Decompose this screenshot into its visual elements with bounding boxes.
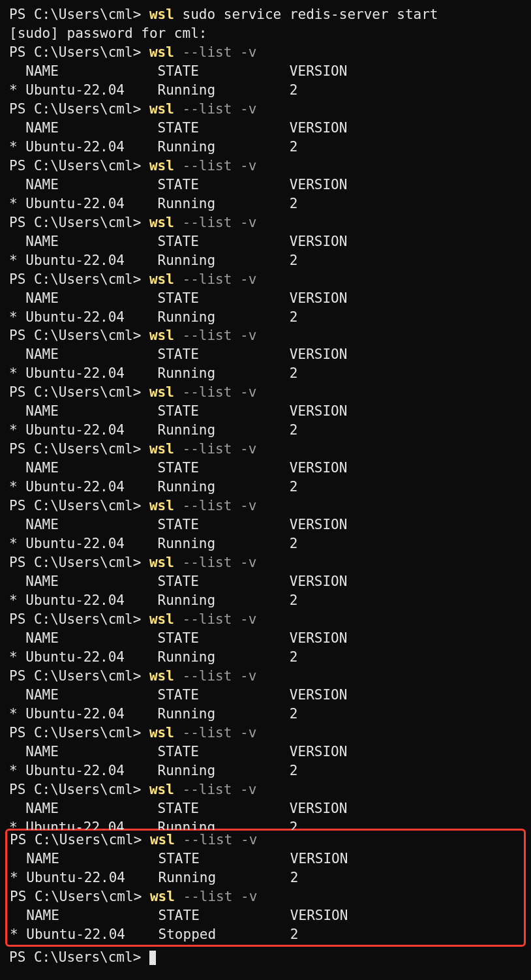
wsl-list-row: * Ubuntu-22.04Running2 bbox=[9, 648, 522, 667]
command-wsl-list: wsl bbox=[149, 328, 174, 343]
col-version-header: VERSION bbox=[290, 686, 356, 705]
prompt-line[interactable]: PS C:\Users\cml> wsl --list -v bbox=[9, 326, 522, 345]
wsl-list-header: NAMESTATEVERSION bbox=[9, 515, 522, 534]
wsl-list-header: NAMESTATEVERSION bbox=[9, 629, 522, 648]
row-version: 2 bbox=[290, 138, 356, 157]
row-distro-name: Ubuntu-22.04 bbox=[26, 925, 158, 944]
col-state-header: STATE bbox=[158, 345, 290, 364]
wsl-list-row: * Ubuntu-22.04Running2 bbox=[9, 194, 522, 213]
row-state: Stopped bbox=[159, 925, 290, 944]
col-state-header: STATE bbox=[158, 459, 290, 478]
command-args: sudo service redis-server start bbox=[174, 7, 438, 22]
col-mark bbox=[9, 629, 25, 648]
prompt-line[interactable]: PS C:\Users\cml> wsl --list -v bbox=[9, 213, 522, 232]
row-state: Running bbox=[159, 868, 290, 887]
command-wsl-list: wsl bbox=[149, 441, 174, 457]
prompt-line[interactable]: PS C:\Users\cml> bbox=[9, 948, 522, 967]
col-name-header: NAME bbox=[25, 799, 157, 818]
col-version-header: VERSION bbox=[290, 906, 356, 925]
row-state: Running bbox=[158, 591, 290, 610]
prompt-line[interactable]: PS C:\Users\cml> wsl --list -v bbox=[9, 497, 522, 515]
col-state-header: STATE bbox=[158, 743, 290, 761]
prompt-line[interactable]: PS C:\Users\cml> wsl --list -v bbox=[9, 780, 522, 799]
command-wsl-list: wsl bbox=[150, 832, 175, 848]
prompt-line[interactable]: PS C:\Users\cml> wsl --list -v bbox=[9, 610, 522, 629]
col-state-header: STATE bbox=[158, 572, 290, 591]
col-mark bbox=[9, 799, 25, 818]
row-state: Running bbox=[158, 648, 290, 667]
row-distro-name: Ubuntu-22.04 bbox=[25, 761, 157, 780]
row-version: 2 bbox=[290, 534, 356, 553]
col-name-header: NAME bbox=[25, 515, 157, 534]
row-distro-name: Ubuntu-22.04 bbox=[25, 648, 157, 667]
wsl-list-row: * Ubuntu-22.04Running2 bbox=[9, 761, 522, 780]
prompt-line[interactable]: PS C:\Users\cml> wsl --list -v bbox=[9, 667, 522, 686]
col-version-header: VERSION bbox=[290, 62, 356, 81]
prompt-line[interactable]: PS C:\Users\cml> wsl --list -v bbox=[10, 831, 521, 850]
col-version-header: VERSION bbox=[290, 629, 356, 648]
prompt-line[interactable]: PS C:\Users\cml> wsl --list -v bbox=[9, 553, 522, 572]
command-flags: --list -v bbox=[174, 611, 256, 627]
partial-row-clip: * Ubuntu-22.04Running2 bbox=[9, 818, 522, 830]
wsl-list-header: NAMESTATEVERSION bbox=[9, 743, 522, 761]
row-default-mark: * bbox=[10, 925, 26, 944]
command-flags: --list -v bbox=[175, 889, 257, 904]
col-state-header: STATE bbox=[158, 402, 290, 421]
row-distro-name: Ubuntu-22.04 bbox=[25, 818, 157, 830]
wsl-list-header: NAMESTATEVERSION bbox=[9, 572, 522, 591]
prompt-text: PS C:\Users\cml> bbox=[10, 889, 150, 904]
col-version-header: VERSION bbox=[290, 345, 356, 364]
prompt-line[interactable]: PS C:\Users\cml> wsl --list -v bbox=[9, 440, 522, 459]
row-state: Running bbox=[158, 761, 290, 780]
col-name-header: NAME bbox=[25, 572, 157, 591]
prompt-line[interactable]: PS C:\Users\cml> wsl --list -v bbox=[9, 100, 522, 119]
prompt-line[interactable]: PS C:\Users\cml> wsl --list -v bbox=[9, 383, 522, 402]
row-default-mark: * bbox=[10, 868, 26, 887]
wsl-list-header: NAMESTATEVERSION bbox=[10, 906, 521, 925]
prompt-line[interactable]: PS C:\Users\cml> wsl --list -v bbox=[9, 157, 522, 176]
command-wsl-list: wsl bbox=[149, 384, 174, 400]
prompt-line[interactable]: PS C:\Users\cml> wsl --list -v bbox=[9, 270, 522, 289]
row-version: 2 bbox=[290, 868, 356, 887]
wsl-list-header: NAMESTATEVERSION bbox=[10, 850, 521, 868]
row-distro-name: Ubuntu-22.04 bbox=[25, 138, 157, 157]
col-name-header: NAME bbox=[25, 345, 157, 364]
wsl-list-row: * Ubuntu-22.04Running2 bbox=[9, 534, 522, 553]
prompt-text: PS C:\Users\cml> bbox=[9, 498, 149, 513]
wsl-list-row: * Ubuntu-22.04Running2 bbox=[9, 705, 522, 724]
command-flags: --list -v bbox=[175, 832, 257, 848]
row-distro-name: Ubuntu-22.04 bbox=[25, 251, 157, 270]
col-state-header: STATE bbox=[159, 850, 290, 868]
wsl-list-row: * Ubuntu-22.04Running2 bbox=[9, 591, 522, 610]
col-version-header: VERSION bbox=[290, 459, 356, 478]
col-name-header: NAME bbox=[25, 629, 157, 648]
col-mark bbox=[9, 402, 25, 421]
command-flags: --list -v bbox=[174, 158, 256, 174]
prompt-line[interactable]: PS C:\Users\cml> wsl --list -v bbox=[9, 43, 522, 62]
col-mark bbox=[9, 515, 25, 534]
prompt-text: PS C:\Users\cml> bbox=[9, 44, 149, 60]
wsl-list-row: * Ubuntu-22.04Running2 bbox=[10, 868, 521, 887]
command-wsl-list: wsl bbox=[149, 725, 174, 741]
prompt-line[interactable]: PS C:\Users\cml> wsl sudo service redis-… bbox=[9, 5, 522, 24]
col-name-header: NAME bbox=[25, 232, 157, 251]
col-mark bbox=[9, 686, 25, 705]
row-version: 2 bbox=[290, 591, 356, 610]
col-version-header: VERSION bbox=[290, 289, 356, 308]
prompt-text: PS C:\Users\cml> bbox=[9, 725, 149, 741]
text-cursor bbox=[149, 951, 156, 965]
row-state: Running bbox=[158, 194, 290, 213]
col-mark bbox=[9, 743, 25, 761]
prompt-line[interactable]: PS C:\Users\cml> wsl --list -v bbox=[10, 887, 521, 906]
col-version-header: VERSION bbox=[290, 402, 356, 421]
command-flags: --list -v bbox=[174, 384, 256, 400]
prompt-text: PS C:\Users\cml> bbox=[9, 158, 149, 174]
prompt-text: PS C:\Users\cml> bbox=[9, 328, 149, 343]
prompt-text: PS C:\Users\cml> bbox=[9, 949, 149, 965]
prompt-text: PS C:\Users\cml> bbox=[9, 782, 149, 797]
col-version-header: VERSION bbox=[290, 232, 356, 251]
command-wsl-list: wsl bbox=[149, 44, 174, 60]
prompt-line[interactable]: PS C:\Users\cml> wsl --list -v bbox=[9, 724, 522, 743]
highlighted-region: PS C:\Users\cml> wsl --list -v NAMESTATE… bbox=[5, 829, 526, 947]
row-version: 2 bbox=[290, 194, 356, 213]
